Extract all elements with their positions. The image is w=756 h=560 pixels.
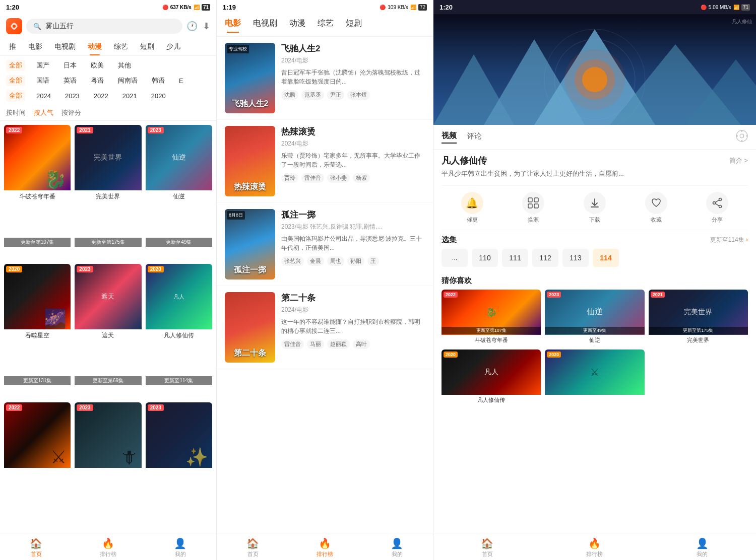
history-icon[interactable]: 🕐 xyxy=(186,21,198,32)
list-item[interactable]: 8月8日 孤注一掷 孤注一掷 2023/电影 张艺兴,反诈骗,犯罪,剧情,...… xyxy=(217,203,433,286)
rec-title: 斗破苍穹年番 xyxy=(442,335,541,345)
search-input-wrap[interactable]: 🔍 雾山五行 xyxy=(26,19,182,34)
p2-tab-variety[interactable]: 综艺 xyxy=(318,18,334,32)
filter-lang-all[interactable]: 全部 xyxy=(6,75,25,86)
list-item[interactable]: 完美世界 2021 更新至第175集 完美世界 xyxy=(75,125,141,260)
p2-tab-tv[interactable]: 电视剧 xyxy=(253,18,277,32)
p3-nav-rank[interactable]: 🔥 排行榜 xyxy=(541,537,648,558)
p2-tab-anime[interactable]: 动漫 xyxy=(289,18,305,32)
cast-tag[interactable]: 高叶 xyxy=(353,339,370,349)
cast-tag[interactable]: 王 xyxy=(367,256,379,266)
nav-home[interactable]: 🏠 首页 xyxy=(0,537,72,558)
nav-rank[interactable]: 🔥 排行榜 xyxy=(72,537,144,558)
cast-tag[interactable]: 孙阳 xyxy=(347,256,364,266)
list-item[interactable]: 热辣滚烫 热辣滚烫 2024/电影 乐莹（贾玲饰）宅家多年，无所事事。大学毕业工… xyxy=(217,120,433,203)
p3-nav-home[interactable]: 🏠 首页 xyxy=(433,537,541,558)
cast-tag[interactable]: 马丽 xyxy=(307,339,324,349)
sort-rating[interactable]: 按评分 xyxy=(61,108,81,117)
intro-link[interactable]: 简介 > xyxy=(729,156,748,165)
tab-tv[interactable]: 电视剧 xyxy=(49,38,81,55)
list-item[interactable]: 🌌 2020 更新至131集 吞噬星空 xyxy=(4,264,71,399)
tab-recommend[interactable]: 推 xyxy=(4,38,21,55)
filter-more-lang[interactable]: E xyxy=(176,76,186,86)
action-source[interactable]: 换源 xyxy=(522,192,544,224)
filter-cantonese[interactable]: 粤语 xyxy=(88,75,107,86)
action-share[interactable]: 分享 xyxy=(706,192,728,224)
list-item[interactable]: 第二十条 第二十条 2024/电影 这一年的不容易谁能懂？自打挂职到市检察院，韩… xyxy=(217,286,433,369)
sort-popularity[interactable]: 按人气 xyxy=(34,108,53,117)
sort-time[interactable]: 按时间 xyxy=(6,108,26,117)
filter-japan[interactable]: 日本 xyxy=(60,60,80,71)
filter-2023[interactable]: 2023 xyxy=(62,91,83,101)
filter-2022[interactable]: 2022 xyxy=(91,91,111,101)
list-item[interactable]: 完美世界 2021 更新至第175集 完美世界 xyxy=(649,290,748,345)
list-item[interactable]: 🐉 2022 更新至第107集 斗破苍穹年番 xyxy=(442,290,541,345)
download-icon[interactable]: ⬇ xyxy=(203,21,210,32)
tab-video[interactable]: 视频 xyxy=(442,131,457,144)
filter-all[interactable]: 全部 xyxy=(6,60,25,71)
list-item[interactable]: 仙逆 2023 更新至49集 仙逆 xyxy=(146,125,212,260)
action-download[interactable]: 下载 xyxy=(584,192,606,224)
p2-nav-profile[interactable]: 👤 我的 xyxy=(361,537,433,558)
share-circle-icon[interactable] xyxy=(736,130,748,144)
p2-tab-movie[interactable]: 电影 xyxy=(225,18,241,32)
tab-kids[interactable]: 少儿 xyxy=(161,38,185,55)
list-item[interactable]: 🐉 2022 更新至第107集 斗破苍穹年番 xyxy=(4,125,71,260)
episode-114[interactable]: 114 xyxy=(593,249,619,267)
cast-tag[interactable]: 贾玲 xyxy=(281,173,298,183)
cast-tag[interactable]: 赵丽颖 xyxy=(327,339,350,349)
cast-tag[interactable]: 沈腾 xyxy=(281,90,298,100)
tab-variety[interactable]: 综艺 xyxy=(109,38,133,55)
list-item[interactable]: 仙逆 2023 更新至49集 仙逆 xyxy=(545,290,644,345)
episode-prev[interactable]: … xyxy=(442,249,468,267)
list-item[interactable]: ✨ 2023 xyxy=(146,402,212,529)
tab-movie[interactable]: 电影 xyxy=(23,38,47,55)
cast-tag[interactable]: 周也 xyxy=(327,256,344,266)
list-item[interactable]: ⚔ 2020 xyxy=(545,349,644,405)
cast-tag[interactable]: 张小斐 xyxy=(327,173,350,183)
nav-profile[interactable]: 👤 我的 xyxy=(144,537,216,558)
filter-year-all[interactable]: 全部 xyxy=(6,90,25,101)
cast-tag[interactable]: 雷佳音 xyxy=(301,173,324,183)
action-urge[interactable]: 🔔 催更 xyxy=(461,192,483,224)
p2-nav-rank[interactable]: 🔥 排行榜 xyxy=(289,537,361,558)
video-player[interactable]: 凡人修仙 xyxy=(433,14,756,125)
episode-110[interactable]: 110 xyxy=(472,249,498,267)
p2-nav-home[interactable]: 🏠 首页 xyxy=(217,537,289,558)
filter-korean[interactable]: 韩语 xyxy=(149,75,168,86)
p3-nav-profile[interactable]: 👤 我的 xyxy=(649,537,756,558)
list-item[interactable]: ⚔ 2022 xyxy=(4,402,71,529)
cast-tag[interactable]: 范丞丞 xyxy=(301,90,324,100)
episode-111[interactable]: 111 xyxy=(502,249,528,267)
filter-mandarin[interactable]: 国语 xyxy=(33,75,52,86)
list-item[interactable]: 专业驾校 飞驰人生2 飞驰人生2 2024/电影 昔日冠军车手张驰（沈腾饰）沦为… xyxy=(217,37,433,120)
filter-hokkien[interactable]: 闽南语 xyxy=(115,75,141,86)
filter-2020[interactable]: 2020 xyxy=(148,91,169,101)
filter-2024[interactable]: 2024 xyxy=(33,91,54,101)
filter-western[interactable]: 欧美 xyxy=(88,60,107,71)
list-item[interactable]: 凡人 2020 更新至114集 凡人修仙传 xyxy=(146,264,212,399)
cast-tag[interactable]: 尹正 xyxy=(327,90,344,100)
cast-tag[interactable]: 张本煜 xyxy=(347,90,370,100)
p2-tab-short[interactable]: 短剧 xyxy=(346,18,362,32)
tab-short[interactable]: 短剧 xyxy=(135,38,159,55)
cast-tag[interactable]: 雷佳音 xyxy=(281,339,304,349)
filter-2021[interactable]: 2021 xyxy=(119,91,140,101)
action-favorite[interactable]: 收藏 xyxy=(645,192,667,224)
update-text: 更新至49集 xyxy=(146,238,212,247)
list-item[interactable]: 遮天 2023 更新至第69集 遮天 xyxy=(75,264,141,399)
movie-title: 飞驰人生2 xyxy=(281,43,425,54)
filter-other[interactable]: 其他 xyxy=(115,60,134,71)
cast-tag[interactable]: 张艺兴 xyxy=(281,256,304,266)
episode-112[interactable]: 112 xyxy=(532,249,558,267)
episodes-more[interactable]: 更新至114集 › xyxy=(710,236,748,244)
cast-tag[interactable]: 杨紫 xyxy=(353,173,370,183)
list-item[interactable]: 凡人 2020 凡人修仙传 xyxy=(442,349,541,405)
tab-anime[interactable]: 动漫 xyxy=(83,38,107,55)
list-item[interactable]: 🗡 2023 xyxy=(75,402,141,529)
tab-comments[interactable]: 评论 xyxy=(467,131,482,143)
filter-china[interactable]: 国产 xyxy=(33,60,52,71)
episode-113[interactable]: 113 xyxy=(562,249,589,267)
cast-tag[interactable]: 金晨 xyxy=(307,256,324,266)
filter-english[interactable]: 英语 xyxy=(60,75,80,86)
